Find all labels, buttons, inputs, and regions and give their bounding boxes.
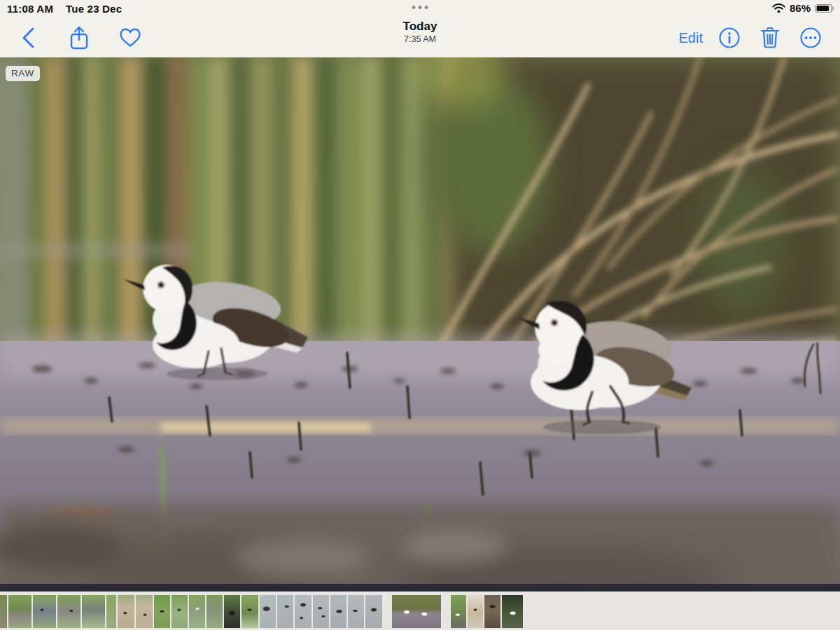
photo-image [0, 57, 840, 592]
filmstrip-thumbnail[interactable] [118, 595, 134, 628]
top-chrome: 11:08 AMTue 23 Dec 86% [0, 0, 840, 57]
filmstrip-thumbnail[interactable] [172, 595, 188, 628]
filmstrip-thumbnail[interactable] [260, 595, 276, 628]
more-button[interactable] [799, 27, 822, 49]
filmstrip-thumbnail[interactable] [468, 595, 483, 628]
heart-icon [118, 27, 142, 48]
filmstrip-thumbnail[interactable] [365, 595, 382, 628]
chevron-left-icon [22, 27, 36, 49]
info-circle-icon [718, 27, 741, 49]
filmstrip-thumbnail[interactable] [82, 595, 105, 628]
status-time-date: 11:08 AMTue 23 Dec [7, 3, 122, 15]
multitasking-indicator-icon[interactable] [412, 6, 428, 9]
status-date: Tue 23 Dec [66, 3, 122, 15]
filmstrip-thumbnail[interactable] [348, 595, 364, 628]
status-time: 11:08 AM [7, 3, 53, 15]
filmstrip-thumbnail[interactable] [295, 595, 312, 628]
filmstrip-thumbnail[interactable] [206, 595, 223, 628]
photos-app-screen: 11:08 AMTue 23 Dec 86% [0, 0, 840, 630]
status-indicators: 86% [772, 2, 834, 14]
filmstrip-thumbnail[interactable] [0, 595, 7, 628]
edit-button[interactable]: Edit [679, 30, 703, 46]
raw-badge: RAW [6, 66, 40, 81]
filmstrip-thumbnail[interactable] [502, 595, 523, 628]
share-icon [69, 25, 90, 50]
filmstrip-thumbnail[interactable] [484, 595, 500, 628]
filmstrip-thumbnail[interactable] [106, 595, 116, 628]
filmstrip-thumbnail[interactable] [33, 595, 56, 628]
photo-canvas[interactable]: RAW [0, 57, 840, 592]
trash-icon [760, 27, 780, 49]
filmstrip-thumbnail[interactable] [189, 595, 205, 628]
filmstrip-thumbnail[interactable] [136, 595, 153, 628]
back-button[interactable] [18, 26, 39, 50]
ellipsis-circle-icon [799, 27, 822, 49]
filmstrip-thumbnail-selected[interactable] [392, 595, 441, 628]
filmstrip [0, 592, 840, 630]
filmstrip-thumbnail[interactable] [313, 595, 329, 628]
photo-mud [0, 336, 840, 592]
filmstrip-thumbnail[interactable] [241, 595, 258, 628]
favorite-button[interactable] [118, 26, 143, 50]
filmstrip-thumbnail[interactable] [8, 595, 31, 628]
filmstrip-thumbnail[interactable] [330, 595, 346, 628]
share-button[interactable] [67, 25, 91, 50]
delete-button[interactable] [760, 27, 780, 49]
info-button[interactable] [718, 27, 741, 49]
filmstrip-thumbnail[interactable] [154, 595, 170, 628]
filmstrip-thumbnail[interactable] [451, 595, 466, 628]
status-bar: 11:08 AMTue 23 Dec 86% [0, 0, 840, 18]
wifi-icon [772, 4, 785, 13]
nav-bar: Today 7:35 AM Edit [0, 18, 840, 57]
battery-percent: 86% [790, 2, 811, 14]
filmstrip-thumbnail[interactable] [224, 595, 240, 628]
filmstrip-thumbnail[interactable] [277, 595, 293, 628]
battery-icon [815, 4, 834, 13]
filmstrip-thumbnail[interactable] [57, 595, 80, 628]
